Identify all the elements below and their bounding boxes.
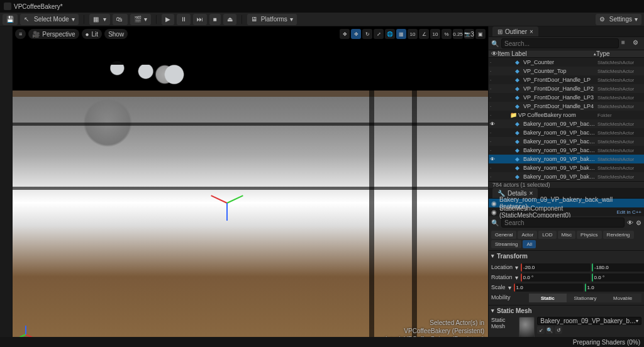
play-button[interactable]: ▶ xyxy=(162,14,174,25)
outliner-row[interactable]: 👁◆Bakery_room_09_VP_bakery_back_wallStat… xyxy=(489,155,644,163)
visibility-toggle[interactable]: · xyxy=(490,113,496,118)
outliner-row[interactable]: ·◆Bakery_room_09_VP_bakery_counter_barSt… xyxy=(489,172,644,181)
visibility-column-icon[interactable]: 👁 xyxy=(491,50,497,57)
rotation-x-input[interactable] xyxy=(522,273,591,282)
scale-y-input[interactable] xyxy=(586,284,644,292)
category-chip-all[interactable]: All xyxy=(523,240,536,248)
visibility-toggle[interactable]: · xyxy=(490,86,496,92)
category-chip-lod[interactable]: LOD xyxy=(538,231,556,239)
reset-asset-button[interactable]: ↺ xyxy=(555,326,562,334)
visibility-toggle[interactable]: · xyxy=(490,148,496,153)
static-mesh-thumbnail[interactable] xyxy=(519,317,535,338)
scale-x-input[interactable] xyxy=(515,284,584,292)
use-selected-button[interactable]: ↙ xyxy=(537,326,545,334)
outliner-row[interactable]: ·◆VP_FrontDoor_Handle_LP4StaticMeshActor xyxy=(489,102,644,111)
close-icon[interactable]: × xyxy=(530,190,533,197)
tab-outliner[interactable]: ⊞ Outliner × xyxy=(492,26,538,36)
location-y-input[interactable] xyxy=(593,263,644,272)
outliner-row[interactable]: ·📁VP CoffeeBakery roomFolder xyxy=(489,111,644,119)
eye-icon[interactable]: 👁 xyxy=(627,219,633,226)
transform-rotate-button[interactable]: ↻ xyxy=(362,29,372,39)
snap-scale-toggle[interactable]: % xyxy=(441,29,452,39)
gizmo-y-axis[interactable] xyxy=(227,195,243,204)
snap-angle-value[interactable]: 10 xyxy=(430,29,440,39)
category-chip-general[interactable]: General xyxy=(491,231,516,239)
outliner-row[interactable]: ·◆Bakery_room_09_VP_back_door_frameStati… xyxy=(489,128,644,137)
left-tab-rail[interactable] xyxy=(0,26,13,347)
outliner-col-label[interactable]: Item Label xyxy=(497,50,594,57)
visibility-toggle[interactable]: · xyxy=(490,139,496,145)
transform-scale-button[interactable]: ⤢ xyxy=(374,29,384,39)
visibility-toggle[interactable]: · xyxy=(490,77,496,83)
category-chip-physics[interactable]: Physics xyxy=(577,231,602,239)
transform-select-button[interactable]: ✥ xyxy=(340,29,350,39)
snap-angle-toggle[interactable]: ∠ xyxy=(419,29,429,39)
outliner-tree[interactable]: ·◆VP_CounterStaticMeshActor·◆VP_Counter_… xyxy=(489,58,644,181)
viewport-perspective-dropdown[interactable]: 🎥 Perspective xyxy=(28,29,79,39)
content-button[interactable]: ▦▾ xyxy=(89,14,110,25)
mobility-stationary[interactable]: Stationary xyxy=(567,294,604,302)
stop-button[interactable]: ■ xyxy=(209,14,221,25)
snap-scale-value[interactable]: 0.25 xyxy=(453,29,463,39)
visibility-toggle[interactable]: · xyxy=(490,69,496,74)
viewport-options-menu[interactable]: ≡ xyxy=(15,29,26,39)
rotation-y-input[interactable] xyxy=(593,273,644,282)
section-transform-header[interactable]: ▾ Transform xyxy=(489,251,644,261)
pause-button[interactable]: ⏸ xyxy=(177,14,191,25)
outliner-row[interactable]: ·◆VP_CounterStaticMeshActor xyxy=(489,58,644,67)
transform-gizmo[interactable] xyxy=(208,193,245,231)
camera-speed[interactable]: 📷3 xyxy=(464,29,474,39)
outliner-row[interactable]: ·◆Bakery_room_09_VP_bakery_ceilingStatic… xyxy=(489,163,644,172)
chevron-down-icon[interactable]: ▾ xyxy=(508,284,511,291)
visibility-toggle[interactable]: 👁 xyxy=(490,121,496,127)
eject-button[interactable]: ⏏ xyxy=(223,14,236,25)
outliner-search-input[interactable] xyxy=(501,38,619,48)
outliner-row[interactable]: ·◆VP_FrontDoor_Handle_LP3StaticMeshActor xyxy=(489,93,644,102)
gizmo-x-axis[interactable] xyxy=(211,195,227,204)
component-row[interactable]: ◉StaticMeshComponent (StaticMeshComponen… xyxy=(489,207,644,216)
outliner-row[interactable]: ·◆Bakery_room_09_VP_back_door_HandleStat… xyxy=(489,137,644,146)
component-list[interactable]: ◉Bakery_room_09_VP_bakery_back_wall (Ins… xyxy=(489,199,644,216)
skip-button[interactable]: ⏭ xyxy=(193,14,207,25)
settings-icon[interactable]: ⚙ xyxy=(633,39,641,48)
visibility-toggle[interactable]: · xyxy=(490,165,496,171)
close-icon[interactable]: × xyxy=(530,28,533,35)
mobility-movable[interactable]: Movable xyxy=(604,294,641,302)
select-mode-dropdown[interactable]: ↖ Select Mode ▾ xyxy=(20,14,79,25)
visibility-toggle[interactable]: · xyxy=(490,95,496,101)
visibility-toggle[interactable]: 👁 xyxy=(490,157,496,162)
marketplace-button[interactable]: 🛍 xyxy=(113,14,128,25)
outliner-row[interactable]: ·◆VP_FrontDoor_Handle_LP2StaticMeshActor xyxy=(489,84,644,93)
viewport-lit-dropdown[interactable]: ● Lit xyxy=(82,29,103,39)
visibility-toggle[interactable]: · xyxy=(490,174,496,180)
level-viewport[interactable]: ≡ 🎥 Perspective ● Lit Show ✥ ✥ ↻ ⤢ 🌐 ▦ 1… xyxy=(13,26,488,347)
visibility-toggle[interactable]: · xyxy=(490,60,496,65)
settings-dropdown[interactable]: ⚙ Settings ▾ xyxy=(596,14,641,25)
visibility-toggle[interactable]: · xyxy=(490,104,496,109)
viewport-maximize-button[interactable]: ▣ xyxy=(475,29,486,39)
category-chip-actor[interactable]: Actor xyxy=(518,231,537,239)
chevron-down-icon[interactable]: ▾ xyxy=(515,264,518,271)
outliner-row[interactable]: ·◆Bakery_room_09_VP_back_door_hingesStat… xyxy=(489,146,644,155)
details-search-input[interactable] xyxy=(501,218,625,228)
mobility-toggle[interactable]: StaticStationaryMovable xyxy=(529,294,641,302)
viewport-show-dropdown[interactable]: Show xyxy=(104,29,128,39)
category-chip-streaming[interactable]: Streaming xyxy=(491,240,521,248)
outliner-row[interactable]: ·◆VP_FrontDoor_Handle_LPStaticMeshActor xyxy=(489,75,644,84)
transform-move-button[interactable]: ✥ xyxy=(351,29,361,39)
edit-in-cpp-link[interactable]: Edit in C++ xyxy=(616,209,641,215)
category-chip-misc[interactable]: Misc xyxy=(558,231,575,239)
location-x-input[interactable] xyxy=(522,263,591,272)
gizmo-z-axis[interactable] xyxy=(226,203,228,221)
visibility-toggle[interactable]: · xyxy=(490,130,496,136)
snap-grid-value[interactable]: 10 xyxy=(408,29,418,39)
platforms-dropdown[interactable]: 🖥 Platforms ▾ xyxy=(247,14,297,25)
coord-space-toggle[interactable]: 🌐 xyxy=(385,29,395,39)
section-static-mesh-header[interactable]: ▾ Static Mesh xyxy=(489,306,644,316)
browse-asset-button[interactable]: 🔍 xyxy=(546,326,553,334)
sequencer-button[interactable]: 🎬▾ xyxy=(130,14,151,25)
static-mesh-asset-dropdown[interactable]: Bakery_room_09_VP_bakery_b… ▾ xyxy=(537,317,641,325)
chevron-down-icon[interactable]: ▾ xyxy=(515,274,518,281)
gear-icon[interactable]: ⚙ xyxy=(636,219,641,226)
filter-icon[interactable]: ≡ xyxy=(621,39,630,48)
